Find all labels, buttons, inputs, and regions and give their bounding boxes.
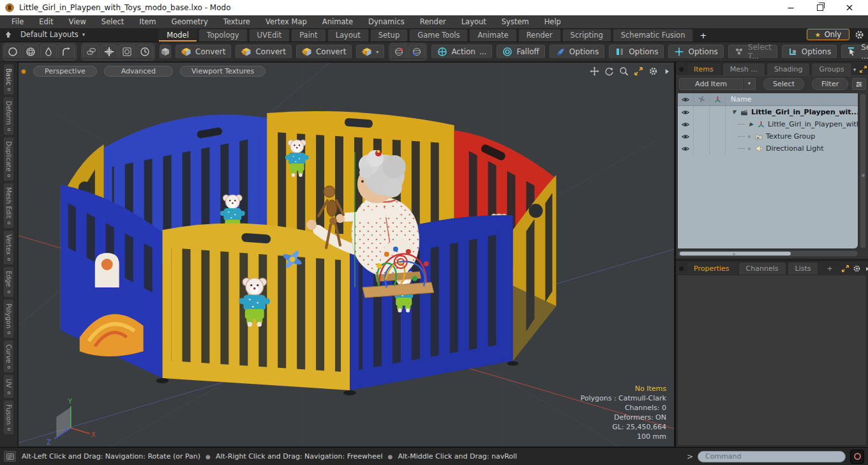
falloff-button[interactable]: Falloff	[497, 45, 544, 59]
convert-button-2[interactable]: Convert	[236, 45, 291, 59]
gear-icon[interactable]	[648, 66, 658, 76]
gear-icon[interactable]	[853, 264, 861, 273]
viewport-3d-scene[interactable]: Y X Z	[19, 63, 674, 446]
left-tab-duplicate[interactable]: Duplicate	[3, 137, 14, 182]
layout-tab-scripting[interactable]: Scripting	[562, 29, 611, 42]
perspective-button[interactable]: Perspective	[33, 66, 97, 77]
bend-tool-button[interactable]	[58, 45, 75, 59]
menu-item[interactable]: Item	[131, 17, 163, 26]
convert-button-3[interactable]: Convert	[296, 45, 352, 59]
gear-icon[interactable]	[855, 30, 864, 40]
command-input[interactable]	[698, 451, 846, 462]
expand-right-icon[interactable]	[663, 68, 671, 75]
selection-button[interactable]: Selecti ...	[841, 45, 868, 59]
chevron-down-icon[interactable]: ▾	[853, 66, 857, 73]
array-tool-button[interactable]	[101, 45, 117, 59]
expand-right-icon[interactable]	[864, 266, 868, 272]
left-tab-curve[interactable]: Curve	[3, 340, 14, 374]
command-prompt[interactable]: >	[687, 452, 693, 461]
add-item-dropdown[interactable]: Add Item ▾	[679, 78, 756, 90]
left-tab-uv[interactable]: UV	[3, 374, 14, 398]
restore-button[interactable]	[817, 4, 823, 11]
macro-record-button[interactable]	[850, 450, 864, 464]
visibility-toggle[interactable]	[678, 142, 694, 155]
tab-shading[interactable]: Shading	[767, 63, 811, 75]
item-row-texture-group[interactable]: Texture Group	[678, 130, 858, 142]
menu-geometry[interactable]: Geometry	[164, 17, 216, 26]
viewport-textures-button[interactable]: Viewport Textures	[180, 66, 266, 77]
tab-properties[interactable]: Properties	[686, 262, 737, 275]
layout-tab-render[interactable]: Render	[518, 29, 561, 42]
zoom-icon[interactable]	[619, 66, 629, 76]
viewport-3d[interactable]: Y X Z Perspective Advanced Viewport Text…	[18, 62, 675, 447]
clone-tool-button[interactable]	[83, 45, 100, 59]
menu-system[interactable]: System	[494, 17, 537, 26]
layout-tab-game-tools[interactable]: Game Tools	[409, 29, 468, 42]
select-through-button[interactable]: Select T...	[728, 45, 777, 59]
filter-options-button[interactable]	[852, 78, 866, 90]
maximize-icon[interactable]	[841, 264, 849, 273]
item-row-mesh[interactable]: ▶Little_Girl_in_Playpen_with_ ...	[678, 118, 858, 130]
visibility-column-header[interactable]	[678, 93, 694, 105]
menu-layout[interactable]: Layout	[454, 17, 494, 26]
brush-options-button[interactable]: Options	[550, 45, 604, 59]
visibility-toggle[interactable]	[678, 106, 694, 118]
menu-edit[interactable]: Edit	[31, 17, 61, 26]
layout-tab-schematic-fusion[interactable]: Schematic Fusion	[613, 29, 694, 42]
menu-vertex-map[interactable]: Vertex Map	[258, 17, 315, 26]
menu-dynamics[interactable]: Dynamics	[361, 17, 412, 26]
scrollbar-handle[interactable]	[680, 252, 791, 255]
vertical-scrollbar[interactable]	[860, 93, 866, 248]
mesh-tool-button[interactable]	[160, 45, 171, 59]
left-tab-polygon[interactable]: Polygon	[3, 299, 14, 339]
playpen-panel-front-yellow[interactable]	[163, 224, 350, 390]
menu-file[interactable]: File	[4, 17, 31, 26]
visibility-toggle[interactable]	[678, 130, 694, 142]
menu-render[interactable]: Render	[412, 17, 454, 26]
mirror-options-button[interactable]: Options	[609, 45, 664, 59]
symmetry-red-button[interactable]	[391, 45, 407, 59]
shading-mode-button[interactable]: Advanced	[104, 66, 173, 77]
select-button[interactable]: Select	[763, 78, 804, 90]
radial-tool-button[interactable]	[119, 45, 135, 59]
sphere-tool-button[interactable]	[22, 45, 39, 59]
left-tab-mesh-edit[interactable]: Mesh Edit	[3, 183, 14, 229]
teardrop-tool-button[interactable]	[40, 45, 57, 59]
convert-button-1[interactable]: Convert	[176, 45, 231, 59]
menu-help[interactable]: Help	[537, 17, 569, 26]
history-panel-button[interactable]	[4, 451, 16, 462]
horizontal-scrollbar[interactable]	[678, 250, 858, 257]
workplane-options-button[interactable]: Options	[782, 45, 837, 59]
add-tab-button[interactable]: +	[819, 263, 839, 275]
layout-tab-paint[interactable]: Paint	[291, 29, 326, 42]
layout-tab-setup[interactable]: Setup	[370, 29, 408, 42]
left-tab-fusion[interactable]: Fusion	[3, 400, 14, 435]
tab-lists[interactable]: Lists	[788, 262, 819, 275]
expand-arrow-icon[interactable]: ▶	[748, 121, 754, 127]
render-column-header[interactable]	[694, 93, 710, 105]
menu-texture[interactable]: Texture	[216, 17, 258, 26]
left-tab-basic[interactable]: Basic	[3, 64, 14, 95]
axis-options-button[interactable]: Options	[668, 45, 723, 59]
minimize-button[interactable]: −	[786, 3, 795, 12]
left-tab-vertex[interactable]: Vertex	[3, 230, 14, 265]
maximize-icon[interactable]	[859, 65, 867, 73]
item-row-directional-light[interactable]: Directional Light	[678, 142, 858, 155]
layout-tab-topology[interactable]: Topology	[198, 29, 248, 42]
rotate-icon[interactable]	[604, 66, 614, 76]
symmetry-blue-button[interactable]	[408, 45, 425, 59]
layout-tab-animate[interactable]: Animate	[469, 29, 516, 42]
layout-tab-uvedit[interactable]: UVEdit	[249, 29, 290, 42]
menu-animate[interactable]: Animate	[315, 17, 361, 26]
tab-items[interactable]: Items	[686, 63, 721, 75]
collapse-arrow-icon[interactable]: ▼	[731, 109, 737, 115]
item-row-scene[interactable]: ▼Little_Girl_in_Playpen_wit...	[678, 106, 858, 118]
layout-switcher[interactable]: Default Layouts▾	[20, 30, 85, 39]
tab-mesh[interactable]: Mesh ...	[722, 63, 765, 75]
convert-dropdown-button[interactable]: ▾	[356, 45, 384, 59]
locator-column-header[interactable]	[710, 93, 726, 105]
layout-tab-model[interactable]: Model	[158, 29, 197, 42]
visibility-toggle[interactable]	[678, 118, 694, 130]
pan-icon[interactable]	[590, 66, 599, 76]
add-layout-tab-button[interactable]: +	[694, 31, 712, 42]
